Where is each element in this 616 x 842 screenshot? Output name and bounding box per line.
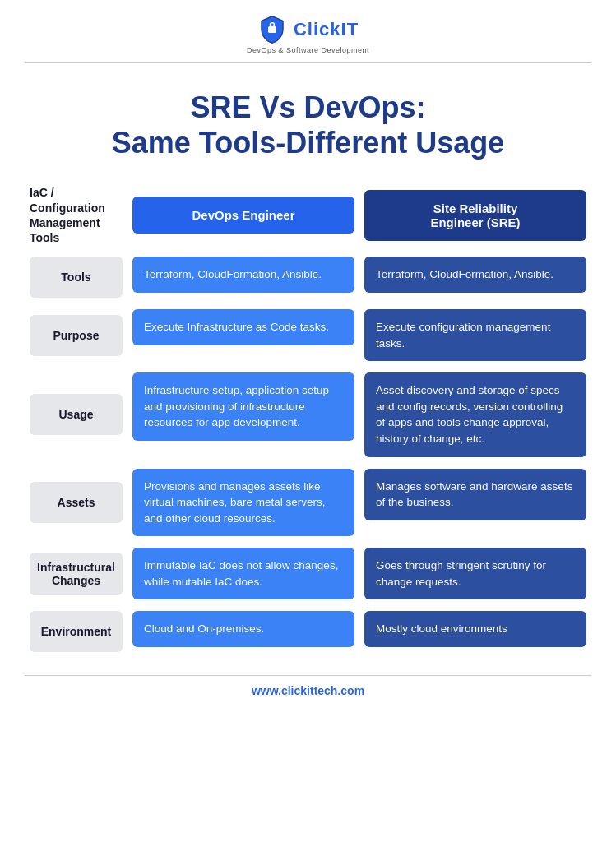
table-row: EnvironmentCloud and On-premises.Mostly …: [25, 608, 591, 655]
row-devops-cell-4: Immutable IaC does not allow changes, wh…: [127, 544, 359, 603]
category-header-cell: IaC / ConfigurationManagement Tools: [25, 182, 127, 248]
footer-url: www.clickittech.com: [25, 676, 591, 710]
category-header-label: IaC / ConfigurationManagement Tools: [30, 185, 119, 245]
row-devops-content-1: Execute Infrastructure as Code tasks.: [132, 309, 354, 345]
row-label-4: InfrastructuralChanges: [30, 553, 123, 595]
row-devops-content-4: Immutable IaC does not allow changes, wh…: [132, 548, 354, 599]
row-sre-content-3: Manages software and hardware assets of …: [364, 469, 586, 520]
footer-url-brand: clickittech: [281, 684, 337, 697]
row-devops-content-3: Provisions and manages assets like virtu…: [132, 469, 354, 537]
row-sre-content-1: Execute configuration management tasks.: [364, 309, 586, 361]
title-line1: SRE Vs DevOps:: [190, 90, 425, 124]
row-devops-cell-3: Provisions and manages assets like virtu…: [127, 465, 359, 540]
row-label-cell-4: InfrastructuralChanges: [25, 544, 127, 603]
row-sre-content-0: Terraform, CloudFormation, Ansible.: [364, 257, 586, 293]
sre-column-header: Site ReliabilityEngineer (SRE): [364, 190, 586, 241]
comparison-table: IaC / ConfigurationManagement Tools DevO…: [25, 177, 591, 660]
row-devops-cell-1: Execute Infrastructure as Code tasks.: [127, 306, 359, 364]
shield-icon: [257, 15, 287, 44]
table-row: AssetsProvisions and manages assets like…: [25, 465, 591, 540]
row-sre-content-4: Goes through stringent scrutiny for chan…: [364, 548, 586, 599]
row-sre-content-5: Mostly cloud environments: [364, 611, 586, 647]
row-sre-cell-4: Goes through stringent scrutiny for chan…: [359, 544, 591, 603]
title-heading: SRE Vs DevOps: Same Tools-Different Usag…: [33, 90, 583, 160]
logo-divider-line: [25, 62, 591, 63]
table-header-row: IaC / ConfigurationManagement Tools DevO…: [25, 182, 591, 248]
row-label-3: Assets: [30, 482, 123, 523]
row-label-0: Tools: [30, 257, 123, 298]
row-label-cell-1: Purpose: [25, 306, 127, 364]
row-devops-content-5: Cloud and On-premises.: [132, 611, 354, 647]
row-label-2: Usage: [30, 394, 123, 435]
title-line2: Same Tools-Different Usage: [112, 126, 504, 160]
row-label-cell-3: Assets: [25, 465, 127, 540]
row-label-cell-0: Tools: [25, 253, 127, 301]
row-devops-content-2: Infrastructure setup, application setup …: [132, 372, 354, 441]
row-sre-cell-3: Manages software and hardware assets of …: [359, 465, 591, 540]
svg-point-2: [271, 23, 274, 26]
sre-header-cell: Site ReliabilityEngineer (SRE): [359, 182, 591, 248]
row-label-cell-2: Usage: [25, 369, 127, 460]
row-label-5: Environment: [30, 611, 123, 652]
logo-container: ClickIT: [257, 15, 359, 44]
logo-black-part: Click: [294, 19, 341, 39]
logo-area: ClickIT DevOps & Software Development: [25, 0, 591, 72]
row-sre-cell-1: Execute configuration management tasks.: [359, 306, 591, 364]
main-title: SRE Vs DevOps: Same Tools-Different Usag…: [25, 72, 591, 177]
devops-column-header: DevOps Engineer: [132, 197, 354, 234]
row-devops-cell-5: Cloud and On-premises.: [127, 608, 359, 655]
row-sre-cell-5: Mostly cloud environments: [359, 608, 591, 655]
row-sre-cell-0: Terraform, CloudFormation, Ansible.: [359, 253, 591, 301]
page-wrapper: ClickIT DevOps & Software Development SR…: [0, 0, 616, 727]
table-row: ToolsTerraform, CloudFormation, Ansible.…: [25, 253, 591, 301]
table-row: PurposeExecute Infrastructure as Code ta…: [25, 306, 591, 364]
table-row: UsageInfrastructure setup, application s…: [25, 369, 591, 460]
table-row: InfrastructuralChangesImmutable IaC does…: [25, 544, 591, 603]
row-devops-cell-0: Terraform, CloudFormation, Ansible.: [127, 253, 359, 301]
row-devops-cell-2: Infrastructure setup, application setup …: [127, 369, 359, 460]
logo-tagline: DevOps & Software Development: [247, 46, 369, 54]
devops-header-cell: DevOps Engineer: [127, 182, 359, 248]
logo-text: ClickIT: [294, 19, 359, 40]
logo-blue-part: IT: [341, 19, 359, 39]
row-devops-content-0: Terraform, CloudFormation, Ansible.: [132, 257, 354, 293]
row-sre-cell-2: Asset discovery and storage of specs and…: [359, 369, 591, 460]
footer-url-suffix: .com: [337, 684, 364, 697]
row-label-1: Purpose: [30, 315, 123, 356]
row-label-cell-5: Environment: [25, 608, 127, 655]
row-sre-content-2: Asset discovery and storage of specs and…: [364, 372, 586, 456]
footer-url-prefix: www.: [252, 684, 281, 697]
